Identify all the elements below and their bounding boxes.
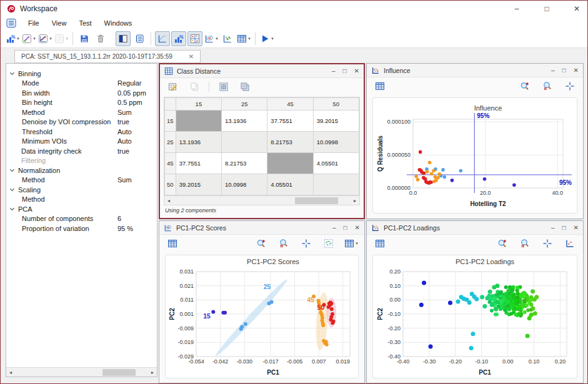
bar-percent-view-button[interactable] bbox=[171, 31, 186, 46]
close-button[interactable]: ✕ bbox=[574, 67, 579, 74]
table-cell[interactable] bbox=[313, 174, 359, 195]
notebook-button[interactable] bbox=[132, 31, 147, 46]
tab-close-icon[interactable]: ✕ bbox=[189, 53, 194, 60]
table-cell[interactable]: 10.0998 bbox=[222, 174, 267, 195]
column-header[interactable]: 25 bbox=[222, 98, 267, 111]
class-distance-titlebar[interactable]: Class Distance – □ ✕ bbox=[160, 64, 364, 78]
main-menu-button[interactable] bbox=[6, 18, 17, 28]
maximize-button[interactable]: □ bbox=[562, 67, 566, 74]
minimize-button[interactable]: – bbox=[551, 67, 555, 74]
tree-row[interactable]: ThresholdAuto bbox=[6, 127, 157, 137]
scrollbar-thumb[interactable] bbox=[295, 197, 338, 204]
quad-plots-button[interactable] bbox=[187, 31, 202, 46]
table-cell[interactable]: 37.7551 bbox=[176, 153, 221, 174]
zoom-in-button[interactable] bbox=[517, 79, 532, 94]
tree-row[interactable]: Scaling bbox=[6, 185, 157, 195]
zoom-selection-button[interactable] bbox=[540, 79, 555, 94]
table-cell[interactable]: 10.0998 bbox=[313, 132, 359, 153]
minimize-button[interactable]: – bbox=[551, 224, 555, 231]
regression-plot-button[interactable]: ▾ bbox=[37, 31, 52, 46]
menu-windows[interactable]: Windows bbox=[99, 18, 137, 28]
tree-row[interactable]: Data integrity checktrue bbox=[6, 146, 157, 156]
loadings-chart-card[interactable]: -0.40-0.30-0.20-0.100.000.100.200.200.10… bbox=[372, 255, 577, 378]
table-cell[interactable]: 37.7551 bbox=[267, 111, 313, 132]
scroll-right-arrow-icon[interactable]: ▸ bbox=[351, 198, 359, 204]
row-header[interactable]: 45 bbox=[165, 153, 176, 174]
loadings-chart[interactable]: -0.40-0.30-0.20-0.100.000.100.200.200.10… bbox=[376, 255, 574, 378]
menu-view[interactable]: View bbox=[47, 18, 72, 28]
show-table-button[interactable] bbox=[372, 79, 387, 94]
row-header[interactable]: 15 bbox=[165, 111, 176, 132]
tree-row[interactable]: Minimum VOIsAuto bbox=[6, 137, 157, 147]
loadings-titlebar[interactable]: PC1-PC2 Loadings – □ ✕ bbox=[367, 221, 583, 235]
tree-row[interactable]: MethodSum bbox=[6, 107, 157, 117]
maximize-button[interactable]: □ bbox=[542, 4, 551, 13]
zoom-selection-button[interactable] bbox=[517, 236, 532, 251]
influence-titlebar[interactable]: Influence – □ ✕ bbox=[367, 64, 583, 77]
table-cell[interactable]: 4.05501 bbox=[267, 174, 313, 195]
scores-titlebar[interactable]: PC1-PC2 Scores – □ ✕ bbox=[159, 221, 364, 235]
loadings-plot-button[interactable] bbox=[220, 31, 235, 46]
scrollbar-thumb[interactable] bbox=[102, 369, 136, 376]
tree-row[interactable]: Method bbox=[6, 195, 157, 205]
settings-horizontal-scrollbar[interactable]: ◂ ▸ bbox=[6, 367, 157, 377]
influence-chart-card[interactable]: 0.020.040.00.0000000.0000500.000100Influ… bbox=[372, 97, 577, 214]
tree-row[interactable]: Denoise by VOI compressiontrue bbox=[6, 117, 157, 127]
scores-chart-card[interactable]: -0.054-0.042-0.030-0.017-0.0050.0070.019… bbox=[165, 255, 359, 378]
tree-row[interactable]: MethodSum bbox=[6, 175, 157, 185]
table-horizontal-scrollbar[interactable]: ◂ ▸ bbox=[164, 196, 360, 205]
minimize-button[interactable]: – bbox=[332, 224, 336, 231]
toggle-sidebar-button[interactable] bbox=[116, 31, 131, 46]
chevron-down-icon[interactable] bbox=[10, 187, 14, 191]
tree-row[interactable]: ModeRegular bbox=[6, 79, 157, 89]
table-cell[interactable]: 13.1936 bbox=[176, 132, 221, 153]
chevron-down-icon[interactable] bbox=[10, 71, 14, 75]
close-button[interactable]: ✕ bbox=[354, 67, 359, 74]
table-cell[interactable]: 39.2015 bbox=[176, 174, 221, 195]
ellipse-select-button[interactable] bbox=[321, 236, 336, 251]
close-button[interactable]: ✕ bbox=[574, 224, 579, 231]
bar-percent-chart-button[interactable]: ▾ bbox=[5, 31, 20, 46]
delete-button[interactable] bbox=[93, 31, 108, 46]
table-cell[interactable]: 8.21753 bbox=[267, 132, 313, 153]
edit-table-button[interactable] bbox=[166, 79, 181, 94]
column-header[interactable]: 50 bbox=[313, 98, 359, 111]
scores-chart[interactable]: -0.054-0.042-0.030-0.017-0.0050.0070.019… bbox=[167, 255, 356, 378]
crosshair-button[interactable] bbox=[299, 236, 314, 251]
maximize-button[interactable]: □ bbox=[344, 224, 347, 231]
scroll-left-arrow-icon[interactable]: ◂ bbox=[164, 198, 173, 204]
maximize-button[interactable]: □ bbox=[562, 224, 566, 231]
save-button[interactable] bbox=[77, 31, 92, 46]
table-cell[interactable]: 13.1936 bbox=[222, 111, 267, 132]
table-cell[interactable]: 39.2015 bbox=[313, 111, 359, 132]
tree-row[interactable]: Number of components6 bbox=[6, 214, 157, 224]
influence-chart[interactable]: 0.020.040.00.0000000.0000500.000100Influ… bbox=[376, 102, 574, 209]
menu-test[interactable]: Test bbox=[74, 18, 96, 28]
table-cell[interactable] bbox=[176, 111, 221, 132]
scroll-left-arrow-icon[interactable]: ◂ bbox=[6, 370, 15, 375]
table-box-button[interactable] bbox=[216, 79, 231, 94]
chevron-down-icon[interactable] bbox=[10, 206, 14, 210]
close-button[interactable]: ✕ bbox=[355, 224, 360, 231]
chevron-down-icon[interactable] bbox=[10, 167, 14, 172]
pen-annotate-button[interactable]: ▾ bbox=[21, 31, 36, 46]
tree-row[interactable]: Proportion of variation95 % bbox=[6, 224, 157, 234]
tree-row[interactable]: Bin width0.05 ppm bbox=[6, 88, 157, 98]
show-table-button[interactable] bbox=[165, 236, 180, 251]
minimize-button[interactable]: – bbox=[512, 4, 521, 13]
table-cell[interactable]: 8.21753 bbox=[222, 153, 267, 174]
table-view-button[interactable]: ▾ bbox=[236, 31, 251, 46]
tree-row[interactable]: Bin height0.5 ppm bbox=[6, 98, 157, 108]
minimize-button[interactable]: – bbox=[332, 67, 336, 74]
zoom-in-button[interactable] bbox=[495, 236, 510, 251]
tree-row[interactable]: Normalization bbox=[6, 165, 157, 175]
maximize-button[interactable]: □ bbox=[343, 67, 347, 74]
show-table-button[interactable] bbox=[372, 236, 387, 251]
copy-table-button[interactable] bbox=[237, 79, 252, 94]
zoom-in-button[interactable] bbox=[254, 236, 269, 251]
tree-row[interactable]: PCA bbox=[6, 204, 157, 214]
scroll-right-arrow-icon[interactable]: ▸ bbox=[148, 370, 157, 375]
column-header[interactable]: 45 bbox=[267, 98, 313, 111]
menu-file[interactable]: File bbox=[23, 18, 44, 28]
row-header[interactable]: 50 bbox=[165, 174, 176, 195]
